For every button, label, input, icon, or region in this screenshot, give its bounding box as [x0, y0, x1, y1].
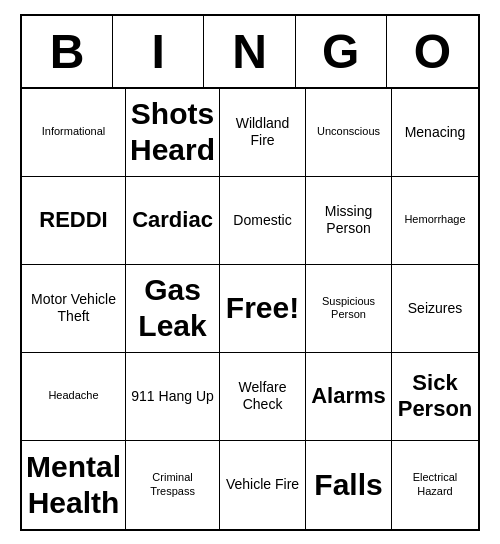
- cell-text: Falls: [314, 467, 382, 503]
- cell-text: Gas Leak: [130, 272, 215, 344]
- cell-text: Mental Health: [26, 449, 121, 521]
- bingo-cell: Free!: [220, 265, 306, 353]
- bingo-grid: InformationalShots HeardWildland FireUnc…: [22, 89, 478, 529]
- bingo-cell: Alarms: [306, 353, 392, 441]
- bingo-cell: Vehicle Fire: [220, 441, 306, 529]
- bingo-cell: Cardiac: [126, 177, 220, 265]
- cell-text: Vehicle Fire: [226, 476, 299, 493]
- bingo-cell: Motor Vehicle Theft: [22, 265, 126, 353]
- cell-text: Motor Vehicle Theft: [26, 291, 121, 325]
- bingo-cell: Sick Person: [392, 353, 478, 441]
- cell-text: Unconscious: [317, 125, 380, 138]
- header-letter-g: G: [296, 16, 387, 87]
- cell-text: Menacing: [405, 124, 466, 141]
- cell-text: Sick Person: [396, 370, 474, 423]
- cell-text: Alarms: [311, 383, 386, 409]
- bingo-header: BINGO: [22, 16, 478, 89]
- bingo-cell: Menacing: [392, 89, 478, 177]
- cell-text: Seizures: [408, 300, 462, 317]
- cell-text: Cardiac: [132, 207, 213, 233]
- bingo-card: BINGO InformationalShots HeardWildland F…: [20, 14, 480, 531]
- cell-text: Missing Person: [310, 203, 387, 237]
- header-letter-i: I: [113, 16, 204, 87]
- bingo-cell: Welfare Check: [220, 353, 306, 441]
- bingo-cell: REDDI: [22, 177, 126, 265]
- bingo-cell: Seizures: [392, 265, 478, 353]
- cell-text: Hemorrhage: [404, 213, 465, 226]
- cell-text: 911 Hang Up: [131, 388, 214, 405]
- cell-text: Domestic: [233, 212, 291, 229]
- cell-text: Electrical Hazard: [396, 471, 474, 497]
- cell-text: Welfare Check: [224, 379, 301, 413]
- bingo-cell: Gas Leak: [126, 265, 220, 353]
- header-letter-n: N: [204, 16, 295, 87]
- bingo-cell: Domestic: [220, 177, 306, 265]
- bingo-cell: Hemorrhage: [392, 177, 478, 265]
- bingo-cell: Mental Health: [22, 441, 126, 529]
- bingo-cell: Headache: [22, 353, 126, 441]
- cell-text: Free!: [226, 290, 299, 326]
- header-letter-o: O: [387, 16, 478, 87]
- bingo-cell: Falls: [306, 441, 392, 529]
- cell-text: Informational: [42, 125, 106, 138]
- cell-text: Shots Heard: [130, 96, 215, 168]
- cell-text: Headache: [48, 389, 98, 402]
- bingo-cell: 911 Hang Up: [126, 353, 220, 441]
- cell-text: Suspicious Person: [310, 295, 387, 321]
- bingo-cell: Missing Person: [306, 177, 392, 265]
- bingo-cell: Unconscious: [306, 89, 392, 177]
- bingo-cell: Electrical Hazard: [392, 441, 478, 529]
- cell-text: Criminal Trespass: [130, 471, 215, 497]
- header-letter-b: B: [22, 16, 113, 87]
- bingo-cell: Criminal Trespass: [126, 441, 220, 529]
- cell-text: REDDI: [39, 207, 107, 233]
- cell-text: Wildland Fire: [224, 115, 301, 149]
- bingo-cell: Informational: [22, 89, 126, 177]
- bingo-cell: Shots Heard: [126, 89, 220, 177]
- bingo-cell: Wildland Fire: [220, 89, 306, 177]
- bingo-cell: Suspicious Person: [306, 265, 392, 353]
